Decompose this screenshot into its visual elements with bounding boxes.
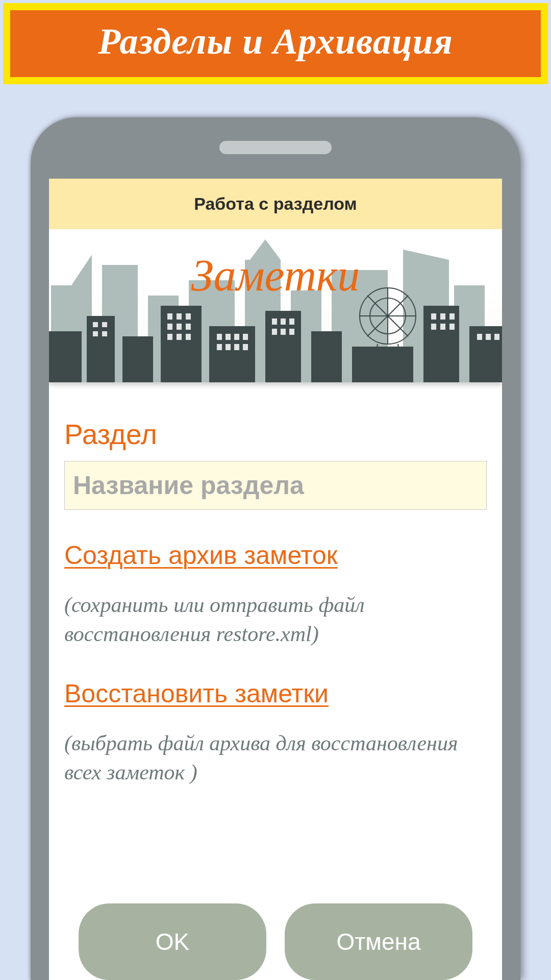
section-name-placeholder: Название раздела xyxy=(73,471,478,500)
svg-rect-34 xyxy=(177,313,182,320)
svg-rect-19 xyxy=(49,331,82,382)
svg-rect-52 xyxy=(289,318,294,325)
svg-rect-48 xyxy=(234,344,239,350)
svg-rect-33 xyxy=(167,313,172,320)
main-content: Раздел Название раздела Создать архив за… xyxy=(49,382,502,980)
svg-marker-10 xyxy=(250,239,281,260)
svg-rect-54 xyxy=(281,329,286,335)
cancel-button[interactable]: Отмена xyxy=(285,903,472,980)
restore-notes-link[interactable]: Восстановить заметки xyxy=(64,679,329,708)
svg-rect-50 xyxy=(272,318,277,325)
svg-rect-44 xyxy=(234,334,239,340)
svg-rect-57 xyxy=(440,313,445,320)
ok-button[interactable]: OK xyxy=(79,903,266,980)
svg-rect-39 xyxy=(167,334,172,340)
svg-rect-32 xyxy=(102,331,107,336)
svg-rect-62 xyxy=(477,334,482,340)
svg-rect-63 xyxy=(486,334,491,340)
svg-rect-56 xyxy=(431,313,436,320)
svg-rect-40 xyxy=(177,334,182,340)
svg-rect-29 xyxy=(93,322,98,327)
svg-marker-9 xyxy=(71,255,92,285)
section-label: Раздел xyxy=(64,418,487,451)
svg-rect-51 xyxy=(281,318,286,325)
svg-rect-64 xyxy=(494,334,499,340)
svg-rect-45 xyxy=(243,334,248,340)
svg-rect-35 xyxy=(186,313,191,320)
app-bar-title: Работа с разделом xyxy=(49,179,502,229)
create-archive-hint: (сохранить или отправить файл восстановл… xyxy=(64,591,462,648)
city-banner: Заметки xyxy=(49,229,502,382)
promo-banner-title: Разделы и Архивация xyxy=(10,10,541,77)
section-name-input[interactable]: Название раздела xyxy=(64,461,487,510)
svg-rect-37 xyxy=(177,324,182,330)
svg-rect-25 xyxy=(311,331,342,382)
svg-rect-46 xyxy=(217,344,222,350)
svg-rect-30 xyxy=(102,322,107,327)
svg-rect-41 xyxy=(186,334,191,340)
svg-rect-42 xyxy=(217,334,222,340)
phone-notch xyxy=(219,141,332,154)
restore-notes-hint: (выбрать файл архива для восстановления … xyxy=(64,729,462,787)
promo-banner-wrap: Разделы и Архивация xyxy=(3,3,548,84)
svg-rect-20 xyxy=(87,316,115,382)
svg-rect-59 xyxy=(431,324,436,330)
svg-rect-38 xyxy=(186,324,191,330)
svg-rect-31 xyxy=(93,331,98,336)
svg-rect-55 xyxy=(289,329,294,335)
svg-rect-60 xyxy=(440,324,445,330)
svg-rect-61 xyxy=(449,324,455,330)
svg-rect-58 xyxy=(449,313,455,320)
phone-frame: Работа с разделом xyxy=(31,117,520,980)
svg-rect-43 xyxy=(226,334,231,340)
city-skyline-image: Заметки xyxy=(49,229,502,382)
dialog-button-row: OK Отмена xyxy=(67,892,484,980)
svg-rect-47 xyxy=(226,344,231,350)
svg-rect-36 xyxy=(167,324,172,330)
app-screen: Работа с разделом xyxy=(49,179,502,980)
svg-rect-26 xyxy=(352,347,413,382)
svg-rect-21 xyxy=(122,336,153,382)
svg-rect-23 xyxy=(209,326,255,382)
svg-rect-53 xyxy=(272,329,277,335)
svg-rect-49 xyxy=(243,344,248,350)
create-archive-link[interactable]: Создать архив заметок xyxy=(64,541,338,570)
